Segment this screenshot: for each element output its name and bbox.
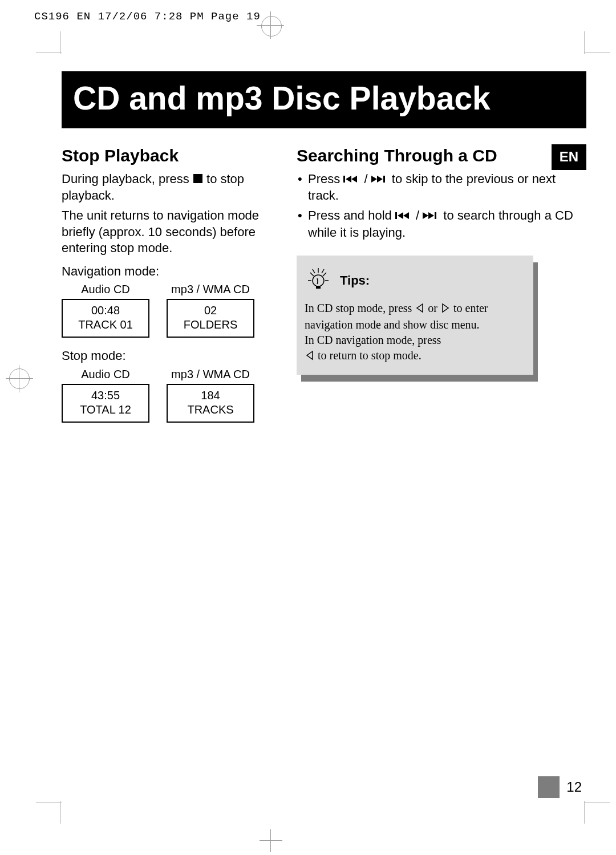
display-line: 43:55 bbox=[63, 388, 148, 403]
nav-right-icon bbox=[440, 302, 451, 317]
svg-marker-3 bbox=[351, 176, 357, 183]
trim-mark bbox=[584, 31, 585, 54]
tips-label: Tips: bbox=[340, 272, 370, 289]
display-line: 184 bbox=[168, 388, 253, 403]
printers-meta: CS196 EN 17/2/06 7:28 PM Page 19 bbox=[34, 10, 261, 23]
crop-mark-bottom bbox=[260, 829, 282, 852]
svg-line-15 bbox=[310, 273, 314, 276]
display-line: TRACKS bbox=[168, 403, 253, 417]
display-line: FOLDERS bbox=[168, 318, 253, 332]
svg-rect-12 bbox=[435, 212, 436, 219]
trim-mark bbox=[585, 52, 610, 53]
text: to return to stop mode. bbox=[318, 349, 422, 362]
svg-rect-6 bbox=[383, 176, 385, 183]
body-text: The unit returns to navigation mode brie… bbox=[62, 208, 278, 257]
display-caption: Audio CD bbox=[62, 367, 149, 382]
text: or bbox=[428, 302, 437, 314]
display-panel: 184 TRACKS bbox=[167, 384, 254, 423]
display-caption: mp3 / WMA CD bbox=[167, 367, 254, 382]
svg-marker-11 bbox=[428, 212, 434, 219]
svg-marker-21 bbox=[417, 304, 423, 312]
mode-heading-navigation: Navigation mode: bbox=[62, 264, 278, 280]
crop-mark-top bbox=[260, 14, 282, 37]
skip-forward-icon bbox=[371, 172, 388, 188]
svg-line-20 bbox=[322, 269, 324, 273]
svg-marker-22 bbox=[443, 304, 448, 312]
display-panel: 00:48 TRACK 01 bbox=[62, 299, 149, 338]
page-number-block: 12 bbox=[538, 776, 582, 798]
list-item: Press and hold / to search through a CD … bbox=[297, 208, 586, 241]
page-number: 12 bbox=[566, 779, 582, 795]
page-number-marker bbox=[538, 776, 560, 798]
section-heading-searching: Searching Through a CD bbox=[297, 144, 586, 167]
svg-rect-7 bbox=[395, 212, 397, 219]
display-panel: 43:55 TOTAL 12 bbox=[62, 384, 149, 423]
svg-rect-1 bbox=[343, 176, 345, 183]
trim-mark bbox=[584, 801, 585, 824]
text: In CD stop mode, press bbox=[305, 302, 412, 314]
language-tag: EN bbox=[552, 144, 586, 170]
svg-marker-10 bbox=[423, 212, 428, 219]
page-title: CD and mp3 Disc Playback bbox=[62, 71, 586, 128]
svg-marker-2 bbox=[346, 176, 351, 183]
list-item: Press / to skip to the previous or next … bbox=[297, 171, 586, 204]
trim-mark bbox=[60, 31, 61, 54]
trim-mark bbox=[36, 52, 62, 53]
svg-marker-5 bbox=[377, 176, 383, 183]
svg-marker-9 bbox=[403, 212, 409, 219]
display-line: 02 bbox=[168, 303, 253, 318]
svg-marker-4 bbox=[371, 176, 377, 183]
trim-mark bbox=[36, 802, 62, 803]
text: In CD navigation mode, press bbox=[305, 334, 441, 346]
trim-mark bbox=[60, 801, 61, 824]
stop-icon bbox=[193, 172, 203, 188]
svg-line-19 bbox=[313, 269, 315, 273]
display-panel: 02 FOLDERS bbox=[167, 299, 254, 338]
tips-text: In CD stop mode, press or to enter navig… bbox=[305, 301, 523, 364]
section-heading-stop-playback: Stop Playback bbox=[62, 144, 278, 167]
display-caption: mp3 / WMA CD bbox=[167, 282, 254, 297]
skip-back-icon bbox=[343, 172, 360, 188]
display-caption: Audio CD bbox=[62, 282, 149, 297]
text: Press and hold bbox=[308, 208, 392, 222]
mode-heading-stop: Stop mode: bbox=[62, 348, 278, 364]
nav-left-icon bbox=[305, 349, 315, 364]
crop-mark-left bbox=[6, 365, 33, 392]
svg-line-16 bbox=[323, 273, 326, 276]
trim-mark bbox=[585, 802, 610, 803]
tips-callout: Tips: In CD stop mode, press or to enter… bbox=[297, 256, 533, 375]
display-line: TRACK 01 bbox=[63, 318, 148, 332]
text: Press bbox=[308, 172, 340, 186]
svg-rect-0 bbox=[193, 174, 202, 183]
display-line: TOTAL 12 bbox=[63, 403, 148, 417]
lightbulb-icon bbox=[305, 265, 332, 296]
nav-left-icon bbox=[415, 302, 425, 317]
svg-marker-23 bbox=[307, 351, 313, 359]
fast-forward-icon bbox=[423, 208, 440, 225]
svg-marker-8 bbox=[398, 212, 403, 219]
body-text: During playback, press to stop playback. bbox=[62, 171, 278, 204]
rewind-icon bbox=[395, 208, 412, 225]
text: During playback, press bbox=[62, 172, 189, 186]
display-line: 00:48 bbox=[63, 303, 148, 318]
svg-point-13 bbox=[313, 275, 324, 286]
